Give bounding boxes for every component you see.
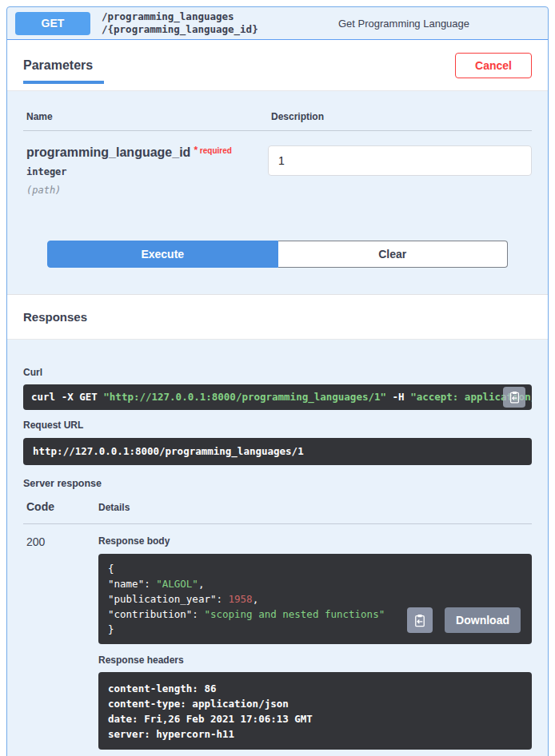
clear-button[interactable]: Clear <box>278 241 509 268</box>
responses-section-header: Responses <box>7 294 548 340</box>
endpoint-path: /programming_languages /{programming_lan… <box>102 10 338 36</box>
execute-button-group: Execute Clear <box>47 241 508 268</box>
required-badge: * required <box>194 146 231 155</box>
cancel-button[interactable]: Cancel <box>455 53 532 78</box>
response-headers-code: content-length: 86content-type: applicat… <box>98 672 532 750</box>
parameters-section: Name Description programming_language_id… <box>7 91 548 268</box>
response-row-200: 200 Response body { "name": "ALGOL", "pu… <box>23 535 532 750</box>
responses-title: Responses <box>23 310 87 324</box>
clipboard-icon <box>413 614 426 627</box>
parameters-table-header: Name Description <box>23 111 532 131</box>
status-code: 200 <box>23 535 98 750</box>
response-body-label: Response body <box>98 535 532 547</box>
responses-section: Curl curl -X GET "http://127.0.0.1:8000/… <box>7 340 548 756</box>
copy-curl-button[interactable] <box>503 387 525 408</box>
method-badge: GET <box>15 12 90 35</box>
endpoint-summary: Get Programming Language <box>338 18 540 30</box>
request-url-value: http://127.0.0.1:8000/programming_langua… <box>23 438 532 465</box>
copy-response-button[interactable] <box>407 607 433 633</box>
column-header-details: Details <box>98 502 532 513</box>
tab-active-underline <box>23 81 104 84</box>
operation-panel-get: GET /programming_languages /{programming… <box>6 6 549 756</box>
operation-summary-row[interactable]: GET /programming_languages /{programming… <box>7 7 548 40</box>
response-headers-label: Response headers <box>98 655 532 666</box>
column-header-name: Name <box>26 111 271 122</box>
response-body-actions: Download <box>407 607 521 633</box>
response-table-header: Code Details <box>23 500 532 524</box>
server-response-label: Server response <box>23 478 532 489</box>
request-url-label: Request URL <box>23 420 532 431</box>
curl-command: curl -X GET "http://127.0.0.1:8000/progr… <box>23 384 532 410</box>
parameter-type: integer <box>26 166 268 177</box>
clipboard-icon <box>509 391 521 404</box>
execute-button[interactable]: Execute <box>47 241 278 268</box>
download-button[interactable]: Download <box>445 607 521 633</box>
response-body-code: { "name": "ALGOL", "publication_year": 1… <box>98 554 532 644</box>
parameter-row: programming_language_id* required intege… <box>23 145 532 196</box>
column-header-description: Description <box>271 111 529 122</box>
parameter-location: (path) <box>26 185 268 196</box>
column-header-code: Code <box>23 500 98 513</box>
tab-parameters-label: Parameters <box>23 58 93 73</box>
parameter-value-input[interactable] <box>268 145 532 176</box>
tab-header: Parameters Cancel <box>7 40 548 91</box>
parameter-name: programming_language_id <box>26 145 190 159</box>
curl-label: Curl <box>23 367 532 378</box>
tab-parameters[interactable]: Parameters <box>23 40 93 90</box>
